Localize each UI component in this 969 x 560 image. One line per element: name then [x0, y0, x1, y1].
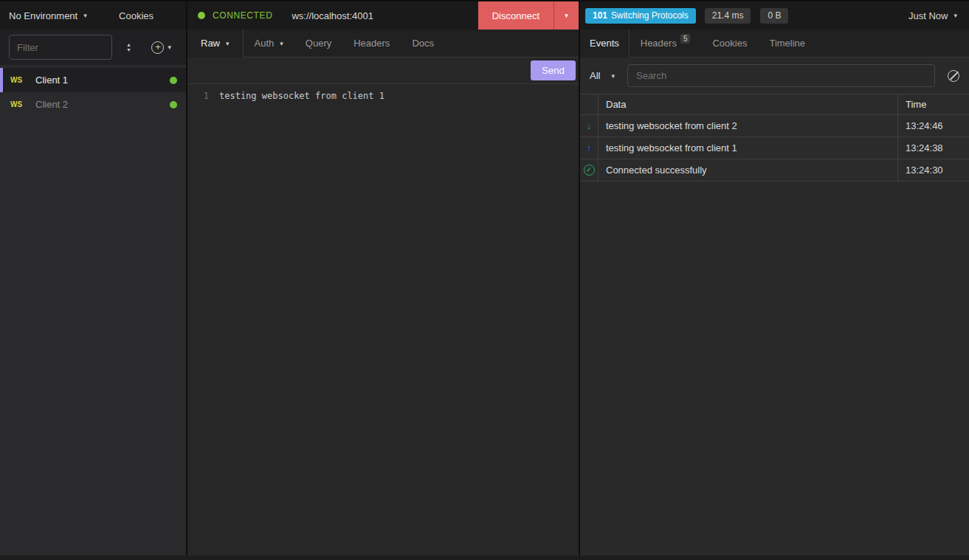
event-row[interactable]: ↓ testing websocket from client 2 13:24:… [580, 115, 969, 137]
tab-label: Events [590, 38, 619, 49]
time-column-header: Time [898, 94, 969, 114]
tab-query[interactable]: Query [294, 30, 342, 58]
environment-selector[interactable]: No Environment ▾ [9, 10, 87, 21]
window-bottom-edge [0, 556, 969, 560]
sidebar: No Environment ▾ Cookies ▲ ▼ + ▾ WS Clie… [0, 1, 186, 556]
tab-response-cookies[interactable]: Cookies [701, 30, 758, 58]
request-tabbar: Raw ▾ Auth ▾ Query Headers Docs [187, 30, 579, 58]
connected-dot-icon [170, 101, 177, 108]
tab-timeline[interactable]: Timeline [758, 30, 816, 58]
headers-count-badge: 5 [680, 34, 691, 44]
tab-label: Headers [354, 38, 390, 49]
event-data-cell: Connected successfully [599, 159, 898, 181]
ws-method-badge: WS [10, 100, 35, 108]
tab-label: Raw [201, 38, 220, 49]
disconnect-dropdown-button[interactable]: ▾ [554, 1, 579, 30]
response-size-badge: 0 B [760, 8, 788, 24]
tab-headers[interactable]: Headers [342, 30, 401, 58]
status-code: 101 [593, 10, 607, 21]
status-reason: Switching Protocols [611, 10, 689, 21]
event-type-selected: All [590, 70, 600, 81]
clear-events-icon[interactable] [948, 70, 959, 82]
tab-auth[interactable]: Auth ▾ [244, 30, 294, 58]
sidebar-item-client-2[interactable]: WS Client 2 [0, 92, 186, 117]
event-time-cell: 13:24:30 [898, 159, 969, 181]
check-circle-icon: ✓ [584, 165, 595, 176]
request-list: WS Client 1 WS Client 2 [0, 65, 186, 556]
connection-status-label: CONNECTED [213, 10, 272, 21]
caret-down-icon: ▾ [565, 12, 568, 19]
add-request-button[interactable]: + ▾ [151, 41, 171, 54]
event-row[interactable]: ✓ Connected successfully 13:24:30 [580, 159, 969, 182]
connected-dot-icon [170, 77, 177, 84]
plus-circle-icon: + [151, 41, 164, 54]
event-row[interactable]: ↑ testing websocket from client 1 13:24:… [580, 137, 969, 159]
tab-label: Query [306, 38, 331, 49]
tabbar-filler [816, 30, 969, 58]
events-filter-row: All ▾ [580, 58, 969, 94]
events-table: Data Time ↓ testing websocket from clien… [580, 94, 969, 182]
caret-down-icon: ▾ [280, 40, 283, 47]
events-search-input[interactable] [627, 64, 935, 87]
sidebar-filter-row: ▲ ▼ + ▾ [0, 30, 186, 65]
disconnect-button[interactable]: Disconnect [478, 1, 554, 30]
chevron-down-icon: ▾ [611, 72, 615, 80]
tab-docs[interactable]: Docs [401, 30, 445, 58]
tab-raw[interactable]: Raw ▾ [187, 30, 244, 58]
icon-cell: ↓ [580, 115, 599, 136]
event-time-cell: 13:24:38 [898, 137, 969, 159]
chevron-down-icon: ▾ [168, 44, 171, 51]
tab-events[interactable]: Events [580, 30, 630, 58]
icon-cell: ↑ [580, 137, 599, 159]
tab-label: Cookies [712, 38, 747, 49]
data-column-header: Data [599, 94, 898, 114]
request-name: Client 1 [35, 75, 68, 86]
event-type-select[interactable]: All ▾ [590, 70, 615, 81]
editor-line: 1 testing websocket from client 1 [187, 89, 579, 103]
sort-up-glyph: ▲ [126, 42, 131, 47]
message-sent-icon: ↑ [587, 142, 592, 153]
tab-label: Auth [255, 38, 275, 49]
status-code-badge: 101 Switching Protocols [585, 8, 696, 24]
icon-column-header [580, 94, 599, 114]
filter-input[interactable] [9, 35, 112, 60]
request-pane: CONNECTED ws://localhost:4001 Disconnect… [187, 1, 579, 556]
sidebar-item-client-1[interactable]: WS Client 1 [0, 68, 186, 92]
tab-label: Timeline [769, 38, 805, 49]
request-name: Client 2 [35, 99, 68, 110]
event-data-cell: testing websocket from client 1 [599, 137, 898, 159]
cookies-button[interactable]: Cookies [119, 10, 154, 21]
request-topbar: CONNECTED ws://localhost:4001 Disconnect… [187, 1, 579, 30]
environment-label: No Environment [9, 10, 77, 21]
websocket-url[interactable]: ws://localhost:4001 [292, 10, 373, 21]
tabbar-filler [445, 30, 579, 58]
response-topbar: 101 Switching Protocols 21.4 ms 0 B Just… [580, 1, 969, 30]
event-time-cell: 13:24:46 [898, 115, 969, 136]
message-editor[interactable]: 1 testing websocket from client 1 [187, 84, 579, 556]
send-row: Send [187, 58, 579, 84]
send-button[interactable]: Send [531, 61, 576, 80]
line-number: 1 [187, 89, 219, 103]
response-tabbar: Events Headers 5 Cookies Timeline [580, 30, 969, 58]
sidebar-topbar: No Environment ▾ Cookies [0, 1, 186, 30]
tab-response-headers[interactable]: Headers 5 [630, 30, 702, 58]
chevron-down-icon: ▾ [83, 12, 87, 19]
caret-down-icon: ▾ [954, 12, 957, 19]
icon-cell: ✓ [580, 159, 599, 181]
disconnect-button-group: Disconnect ▾ [478, 1, 579, 30]
sort-icon[interactable]: ▲ ▼ [126, 42, 131, 52]
response-pane: 101 Switching Protocols 21.4 ms 0 B Just… [580, 1, 969, 556]
caret-down-icon: ▾ [226, 40, 230, 47]
sort-down-glyph: ▼ [126, 47, 131, 52]
editor-text: testing websocket from client 1 [219, 89, 385, 103]
tab-label: Docs [412, 38, 434, 49]
response-history-dropdown[interactable]: Just Now ▾ [908, 10, 957, 21]
event-data-cell: testing websocket from client 2 [599, 115, 898, 136]
ws-method-badge: WS [10, 76, 35, 84]
connected-status-dot-icon [198, 12, 205, 19]
message-received-icon: ↓ [587, 120, 592, 131]
events-table-header: Data Time [580, 94, 969, 115]
recency-label: Just Now [908, 10, 948, 21]
response-time-badge: 21.4 ms [705, 8, 751, 24]
tab-label: Headers [641, 38, 677, 49]
